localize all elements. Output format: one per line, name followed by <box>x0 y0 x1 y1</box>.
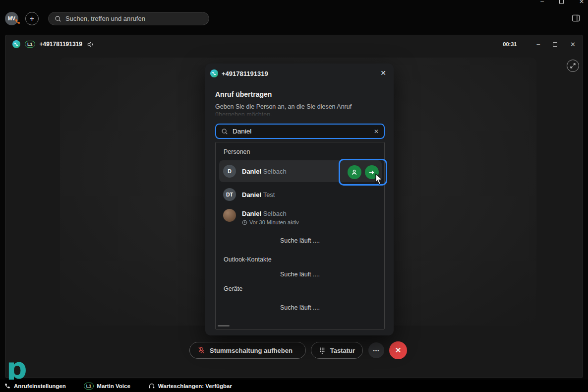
searching-text: Suche läuft .... <box>216 304 384 311</box>
searching-text: Suche läuft .... <box>216 271 384 278</box>
contact-row-daniel-test[interactable]: DT Daniel Test <box>219 184 382 205</box>
active-line[interactable]: L1 Martin Voice <box>84 383 130 390</box>
call-settings-icon <box>4 383 11 390</box>
dialog-title: Anruf übertragen <box>215 90 272 98</box>
speaker-icon[interactable] <box>87 41 94 48</box>
search-results-panel: Personen D Daniel Selbach <box>215 142 385 329</box>
clear-search-icon[interactable]: ✕ <box>374 128 379 135</box>
open-panel-icon[interactable] <box>572 14 580 22</box>
more-options-button[interactable]: ••• <box>368 342 384 358</box>
queues-status[interactable]: Warteschlangen: Verfügbar <box>148 383 232 390</box>
active-call-icon <box>14 18 21 25</box>
transfer-dialog: +491781191319 ✕ Anruf übertragen Geben S… <box>205 64 394 335</box>
call-window-header: L1 +491781191319 00:31 – ✕ <box>5 35 583 53</box>
app-minimize-icon[interactable]: – <box>540 0 544 4</box>
section-people: Personen <box>224 148 250 155</box>
clock-icon <box>242 220 247 225</box>
app-topbar: MV + <box>0 0 588 31</box>
contact-name: Daniel Selbach Vor 30 Minuten aktiv <box>242 209 299 225</box>
call-close-icon[interactable]: ✕ <box>570 41 576 48</box>
contact-avatar: DT <box>223 188 236 201</box>
contact-avatar: D <box>223 165 236 178</box>
contact-name: Daniel Selbach <box>242 168 287 175</box>
contact-name: Daniel Test <box>242 191 275 198</box>
line-badge: L1 <box>84 383 94 390</box>
subtitle-fade <box>215 110 379 117</box>
contact-row-daniel-selbach-photo[interactable]: Daniel Selbach Vor 30 Minuten aktiv <box>219 205 382 229</box>
unmute-button[interactable]: Stummschaltung aufheben <box>189 342 306 359</box>
add-button[interactable]: + <box>25 12 39 25</box>
app-close-icon[interactable]: ✕ <box>579 0 584 4</box>
section-devices: Geräte <box>224 285 242 292</box>
call-timer: 00:31 <box>503 41 517 47</box>
section-outlook: Outlook-Kontakte <box>224 256 272 263</box>
user-avatar[interactable]: MV <box>5 12 18 25</box>
peoplefone-logo: p <box>6 357 27 380</box>
mic-off-icon <box>197 346 205 354</box>
dialog-close-icon[interactable]: ✕ <box>378 67 389 78</box>
queues-icon <box>148 383 155 390</box>
end-call-button[interactable]: ✕ <box>389 341 407 359</box>
webex-logo-icon <box>210 69 218 77</box>
call-maximize-icon[interactable] <box>553 42 557 47</box>
search-icon <box>221 128 228 135</box>
call-minimize-icon[interactable]: – <box>536 41 540 47</box>
person-icon <box>351 169 358 176</box>
expand-icon[interactable] <box>567 60 579 72</box>
queues-label: Warteschlangen: Verfügbar <box>158 383 232 389</box>
dialog-header: +491781191319 <box>210 69 268 77</box>
transfer-search-field[interactable]: ✕ <box>215 124 385 139</box>
mouse-cursor <box>373 173 385 187</box>
status-bar: Anrufeinstellungen L1 Martin Voice Warte… <box>0 380 588 392</box>
app-window-controls: – ✕ <box>540 0 584 4</box>
keypad-label: Tastatur <box>330 347 355 354</box>
search-icon <box>55 15 61 22</box>
app-window: – ✕ MV + L1 +491 <box>0 0 588 392</box>
contact-photo <box>223 209 236 222</box>
keypad-button[interactable]: Tastatur <box>311 342 363 359</box>
keypad-icon <box>319 347 326 354</box>
unmute-label: Stummschaltung aufheben <box>210 347 293 354</box>
webex-logo-icon <box>12 40 20 48</box>
searching-text: Suche läuft .... <box>216 237 384 244</box>
audio-call-button[interactable] <box>348 165 361 179</box>
contact-status: Vor 30 Minuten aktiv <box>242 219 299 225</box>
dialog-phone-number: +491781191319 <box>222 70 268 77</box>
global-search[interactable] <box>48 12 209 25</box>
global-search-input[interactable] <box>65 15 203 22</box>
line-badge: L1 <box>25 41 35 48</box>
call-number: +491781191319 <box>40 41 82 48</box>
transfer-search-input[interactable] <box>233 128 369 135</box>
call-window: L1 +491781191319 00:31 – ✕ <box>5 35 583 378</box>
line-name: Martin Voice <box>97 383 130 389</box>
scroll-indicator[interactable] <box>218 325 230 327</box>
call-settings-label: Anrufeinstellungen <box>14 383 66 389</box>
app-maximize-icon[interactable] <box>559 0 564 4</box>
call-settings-button[interactable]: Anrufeinstellungen <box>4 383 66 390</box>
